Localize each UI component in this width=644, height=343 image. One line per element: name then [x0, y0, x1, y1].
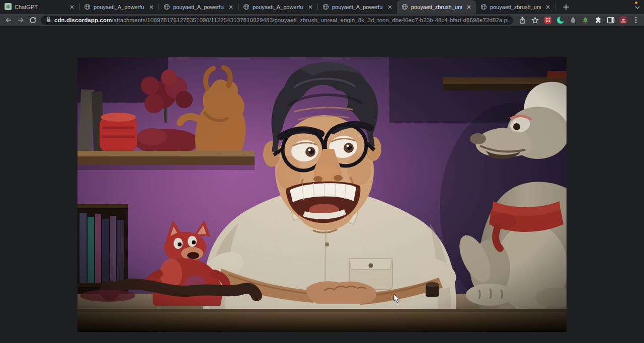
- close-icon[interactable]: [465, 4, 472, 11]
- menu-dots-icon[interactable]: [630, 15, 641, 26]
- tab-title: pouyaeti_zbrush_unreal_engin: [490, 4, 541, 10]
- tab-zbrush-unreal-2[interactable]: pouyaeti_zbrush_unreal_engin: [476, 0, 555, 14]
- bookmark-star-icon[interactable]: [529, 15, 541, 26]
- tab-zbrush-unreal-active[interactable]: pouyaeti_zbrush_unreal_engin: [397, 0, 476, 14]
- close-icon[interactable]: [147, 4, 155, 11]
- tab-title: pouyaeti_A_powerful_modern: [253, 4, 303, 10]
- ext-moon-icon[interactable]: [554, 15, 566, 26]
- globe-favicon: [480, 4, 487, 11]
- tab-powerful-modern-3[interactable]: pouyaeti_A_powerful_modern: [238, 0, 317, 14]
- forward-icon[interactable]: [15, 15, 27, 26]
- back-icon[interactable]: [3, 15, 15, 26]
- tab-strip: ChatGPT pouyaeti_A_powerful_modern pouya…: [0, 0, 644, 14]
- tab-powerful-modern-2[interactable]: pouyaeti_A_powerful_modern: [159, 0, 238, 14]
- mouse-cursor: [393, 294, 400, 305]
- page-content: [0, 26, 644, 343]
- tab-powerful-modern-4[interactable]: pouyaeti_A_powerful_modern: [318, 0, 397, 14]
- tab-chatgpt[interactable]: ChatGPT: [0, 0, 79, 14]
- lock-icon[interactable]: [46, 16, 51, 25]
- share-icon[interactable]: [517, 15, 528, 26]
- toolbar: cdn.discordapp.com/attachments/108978176…: [0, 14, 644, 26]
- ext-red-grid-icon[interactable]: [542, 15, 553, 26]
- globe-favicon: [323, 4, 329, 11]
- tab-title: pouyaeti_A_powerful_modern: [332, 4, 383, 10]
- toolbar-actions: [517, 15, 641, 26]
- globe-favicon: [164, 4, 170, 11]
- tab-title: pouyaeti_A_powerful_modern: [173, 4, 224, 10]
- attachment-image: [77, 57, 567, 332]
- globe-favicon: [243, 4, 250, 11]
- globe-favicon: [84, 4, 91, 11]
- reload-icon[interactable]: [27, 15, 39, 26]
- globe-favicon: [401, 4, 408, 11]
- close-icon[interactable]: [386, 4, 393, 11]
- close-icon[interactable]: [68, 4, 75, 11]
- address-bar[interactable]: cdn.discordapp.com/attachments/108978176…: [41, 16, 513, 25]
- tab-title: pouyaeti_zbrush_unreal_engin: [411, 4, 462, 10]
- tab-title: ChatGPT: [15, 4, 65, 10]
- profile-avatar[interactable]: [617, 15, 629, 26]
- url-domain: cdn.discordapp.com: [54, 17, 112, 23]
- update-indicator-dot: [635, 2, 637, 4]
- url-path: /attachments/1089781761275351090/1122543…: [112, 17, 508, 23]
- url-text: cdn.discordapp.com/attachments/108978176…: [54, 17, 508, 23]
- ext-gray-icon[interactable]: [567, 15, 579, 26]
- tab-powerful-modern-1[interactable]: pouyaeti_A_powerful_modern: [79, 0, 158, 14]
- ext-tree-icon[interactable]: [580, 15, 591, 26]
- extensions-puzzle-icon[interactable]: [592, 15, 604, 26]
- close-icon[interactable]: [306, 4, 314, 11]
- close-icon[interactable]: [227, 4, 234, 11]
- tab-title: pouyaeti_A_powerful_modern: [94, 4, 144, 10]
- side-panel-icon[interactable]: [605, 15, 616, 26]
- chatgpt-favicon: [5, 3, 12, 11]
- close-icon[interactable]: [544, 4, 551, 11]
- browser-window: ChatGPT pouyaeti_A_powerful_modern pouya…: [0, 0, 644, 343]
- new-tab-plus-icon[interactable]: [559, 1, 573, 14]
- tab-separator: [555, 4, 555, 10]
